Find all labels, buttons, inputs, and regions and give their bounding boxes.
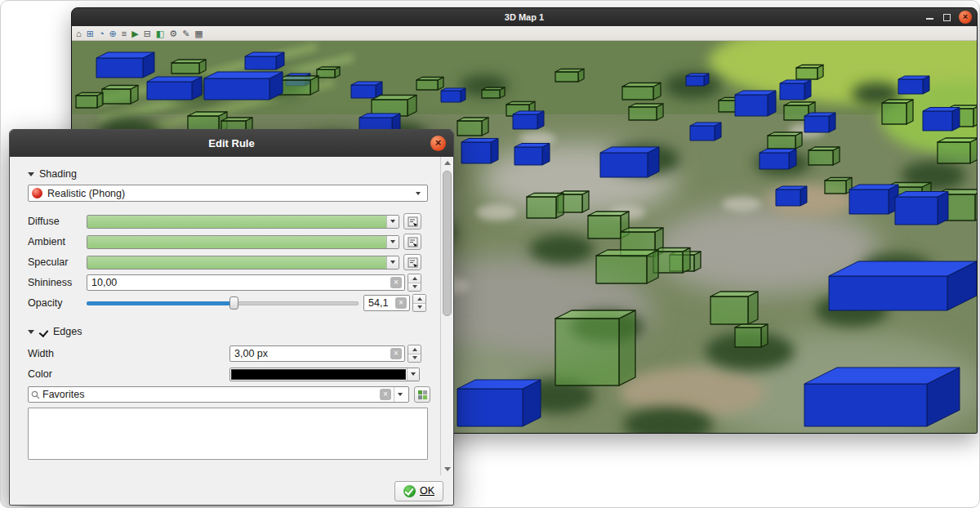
dialog-body: Shading Realistic (Phong) Diffuse: [10, 157, 453, 475]
favorites-list[interactable]: [28, 408, 428, 460]
save-scene-icon[interactable]: ⊟: [144, 27, 151, 40]
edges-section-header[interactable]: Edges: [28, 324, 440, 339]
building-3d: [906, 100, 913, 124]
ok-check-icon: [403, 485, 416, 497]
dialog-close-button[interactable]: ×: [430, 136, 446, 151]
ok-button[interactable]: OK: [394, 481, 443, 501]
edge-color-button[interactable]: [229, 368, 420, 381]
building-3d: [555, 69, 584, 73]
favorites-input[interactable]: [42, 389, 377, 400]
building-3d: [653, 248, 690, 252]
specular-color-button[interactable]: [87, 256, 399, 270]
edge-color-swatch: [231, 369, 406, 380]
spin-down-button[interactable]: [413, 304, 425, 312]
building-3d: [895, 197, 938, 225]
phong-sphere-icon: [32, 188, 42, 198]
window-close-button[interactable]: ×: [959, 11, 972, 24]
building-3d: [351, 82, 382, 85]
play-icon[interactable]: ▶: [131, 27, 138, 40]
building-3d: [849, 189, 889, 214]
building-3d: [76, 96, 97, 108]
favorites-searchbox: ×: [28, 386, 409, 403]
chevron-down-icon[interactable]: [386, 256, 399, 269]
pan-tool-icon[interactable]: ⌂: [76, 27, 82, 40]
shininess-input[interactable]: [90, 277, 390, 288]
zoom-in-icon[interactable]: ⊕: [109, 27, 117, 40]
building-3d: [461, 142, 491, 163]
building-3d: [690, 123, 721, 126]
building-3d: [457, 389, 523, 426]
data-defined-override-icon: [408, 257, 418, 268]
building-3d: [796, 68, 817, 79]
building-3d: [457, 121, 482, 136]
chevron-down-icon[interactable]: [407, 368, 419, 381]
clear-icon[interactable]: ×: [390, 277, 402, 288]
ambient-data-defined-button[interactable]: [403, 234, 421, 250]
style-manager-button[interactable]: [414, 386, 430, 403]
diffuse-color-button[interactable]: [87, 215, 399, 229]
edge-width-input[interactable]: [233, 348, 390, 359]
building-3d: [776, 189, 800, 206]
opacity-field: ×: [363, 295, 410, 311]
spin-up-button[interactable]: [413, 295, 425, 304]
dialog-footer: OK: [10, 475, 453, 506]
export-3d-icon[interactable]: ◧: [156, 27, 164, 40]
shininess-spinner: [408, 274, 421, 292]
edge-width-field: ×: [229, 345, 405, 362]
chevron-down-icon[interactable]: [386, 216, 399, 228]
settings-icon[interactable]: ⚙: [169, 27, 177, 40]
spin-up-button[interactable]: [408, 345, 421, 354]
maximize-icon: [943, 14, 951, 21]
building-3d: [172, 63, 199, 74]
building-3d: [710, 296, 748, 324]
opacity-slider-handle[interactable]: [229, 296, 238, 310]
building-3d: [629, 104, 663, 107]
building-3d: [683, 248, 690, 274]
building-3d: [555, 72, 578, 82]
building-3d: [359, 114, 400, 118]
clear-icon[interactable]: ×: [390, 348, 402, 359]
specular-data-defined-button[interactable]: [403, 254, 421, 270]
opacity-slider[interactable]: [87, 295, 359, 311]
building-3d: [760, 153, 789, 169]
layers-icon[interactable]: ≡: [122, 27, 127, 40]
building-3d: [491, 139, 498, 164]
diffuse-data-defined-button[interactable]: [403, 213, 421, 229]
spin-down-button[interactable]: [408, 283, 421, 292]
building-3d: [441, 88, 466, 91]
zoom-full-icon[interactable]: ⊞: [87, 27, 94, 40]
shading-section-header[interactable]: Shading: [28, 167, 440, 181]
edges-checkbox[interactable]: [39, 328, 48, 336]
dialog-title: Edit Rule: [208, 137, 254, 149]
building-3d: [278, 76, 318, 80]
ambient-color-button[interactable]: [87, 235, 399, 249]
maximize-button[interactable]: [942, 12, 951, 22]
shading-section-label: Shading: [39, 168, 77, 180]
chevron-down-icon[interactable]: [386, 236, 399, 248]
grid-icon[interactable]: ▦: [194, 27, 203, 40]
building-3d: [245, 56, 276, 69]
opacity-input[interactable]: [367, 297, 395, 309]
clear-icon[interactable]: ×: [380, 389, 391, 400]
scroll-up-button[interactable]: [441, 157, 453, 169]
screen: 3D Map 1 × ⌂⊞◔⊕≡▶⊟◧⚙✎▦: [0, 0, 980, 508]
clear-icon[interactable]: ×: [395, 297, 407, 309]
spin-up-button[interactable]: [408, 274, 421, 283]
shading-type-combo[interactable]: Realistic (Phong): [28, 185, 428, 202]
map-window-titlebar[interactable]: 3D Map 1 ×: [72, 8, 977, 26]
chevron-down-icon[interactable]: [394, 387, 406, 402]
search-icon: [31, 390, 40, 399]
spin-down-button[interactable]: [408, 354, 421, 363]
scroll-down-button[interactable]: [441, 463, 453, 475]
animation-icon[interactable]: ◔: [99, 27, 105, 40]
dialog-scrollbar[interactable]: [440, 157, 453, 475]
map-toolbar: ⌂⊞◔⊕≡▶⊟◧⚙✎▦: [72, 26, 977, 41]
minimize-button[interactable]: [924, 12, 934, 22]
measure-icon[interactable]: ✎: [182, 27, 189, 40]
building-3d: [784, 102, 815, 105]
building-3d: [482, 87, 505, 90]
scrollbar-thumb[interactable]: [443, 171, 452, 316]
building-3d: [923, 108, 960, 112]
dialog-titlebar[interactable]: Edit Rule ×: [10, 130, 453, 157]
building-3d: [761, 324, 768, 347]
